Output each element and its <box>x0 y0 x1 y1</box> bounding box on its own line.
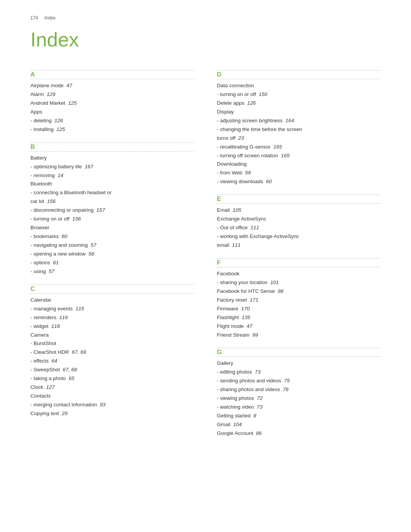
page-label: Index <box>45 15 56 21</box>
index-entry: - viewing photos 72 <box>217 394 381 403</box>
index-entry: - reminders 116 <box>30 313 194 322</box>
index-section-e: EEmail 105Exchange ActiveSync- Out of of… <box>217 195 381 250</box>
index-entry: - deleting 126 <box>30 117 194 125</box>
index-entry: Apps <box>30 108 194 117</box>
section-letter-e: E <box>217 196 381 204</box>
index-entry: Bluetooth <box>30 180 194 189</box>
page-number-bar: 174 Index <box>30 15 381 21</box>
index-entry: email 111 <box>217 241 381 250</box>
index-entry: - working with Exchange ActiveSync <box>217 232 381 241</box>
index-entry: - sharing photos and videos 76 <box>217 385 381 394</box>
index-entry: - taking a photo 65 <box>30 374 194 383</box>
index-entry: - turning on or off 156 <box>30 215 194 224</box>
index-entry: turns off 23 <box>217 134 381 143</box>
index-entry: - changing the time before the screen <box>217 125 381 134</box>
index-section-g: GGallery- editing photos 73- sending pho… <box>217 348 381 438</box>
index-entry: - viewing downloads 60 <box>217 177 381 186</box>
index-entry: - merging contact information 93 <box>30 401 194 409</box>
index-entry: Gallery <box>217 359 381 368</box>
index-entry: Airplane mode 47 <box>30 81 194 90</box>
index-entry: - BurstShot <box>30 339 194 348</box>
index-entry: - editing photos 73 <box>217 368 381 377</box>
index-entry: - removing 14 <box>30 171 194 180</box>
index-entry: - managing events 115 <box>30 305 194 313</box>
section-letter-a: A <box>30 71 194 79</box>
right-column: DData connection- turning on or off 150D… <box>217 70 381 446</box>
section-letter-b: B <box>30 144 194 152</box>
left-column: AAirplane mode 47Alarm 129Android Market… <box>30 70 194 446</box>
section-letter-f: F <box>217 259 381 267</box>
index-entry: - navigating and zooming 57 <box>30 241 194 250</box>
index-entry: - recalibrating G-sensor 165 <box>217 143 381 152</box>
index-entry: - using 57 <box>30 267 194 276</box>
index-section-f: FFacebook- sharing your location 101Face… <box>217 258 381 340</box>
index-section-c: CCalendar- managing events 115- reminder… <box>30 284 194 418</box>
index-entry: - from Web 59 <box>217 169 381 177</box>
section-letter-c: C <box>30 286 194 294</box>
index-entry: Gmail 104 <box>217 420 381 429</box>
index-entry: - bookmarks 60 <box>30 232 194 241</box>
page-title: Index <box>30 28 381 51</box>
index-entry: - turning off screen rotation 165 <box>217 152 381 160</box>
index-entry: - SweepShot 67, 68 <box>30 366 194 374</box>
index-entry: - ClearShot HDR 67, 69 <box>30 348 194 357</box>
index-entry: Contacts <box>30 392 194 401</box>
index-entry: - connecting a Bluetooth headset or <box>30 189 194 197</box>
index-entry: - sending photos and videos 75 <box>217 377 381 385</box>
index-entry: Delete apps 126 <box>217 99 381 108</box>
index-entry: car kit 156 <box>30 197 194 206</box>
index-entry: Android Market 125 <box>30 99 194 108</box>
index-entry: - disconnecting or unpairing 157 <box>30 206 194 215</box>
page-number: 174 <box>30 15 38 21</box>
index-section-d: DData connection- turning on or off 150D… <box>217 70 381 186</box>
index-entry: Camera <box>30 331 194 340</box>
index-entry: Copying text 29 <box>30 409 194 418</box>
index-entry: Google Account 86 <box>217 429 381 438</box>
index-entry: - opening a new window 58 <box>30 250 194 259</box>
index-section-a: AAirplane mode 47Alarm 129Android Market… <box>30 70 194 134</box>
index-entry: Display <box>217 108 381 117</box>
index-entry: Data connection <box>217 81 381 90</box>
index-entry: Alarm 129 <box>30 90 194 99</box>
index-entry: Battery <box>30 154 194 163</box>
index-entry: - Out of office 111 <box>217 224 381 232</box>
index-entry: - widget 118 <box>30 322 194 331</box>
index-columns: AAirplane mode 47Alarm 129Android Market… <box>30 70 381 446</box>
section-letter-g: G <box>217 349 381 357</box>
index-entry: - effects 64 <box>30 357 194 366</box>
index-entry: Flashlight 135 <box>217 313 381 322</box>
index-entry: Facebook for HTC Sense 98 <box>217 287 381 296</box>
index-entry: Factory reset 171 <box>217 296 381 305</box>
index-entry: - sharing your location 101 <box>217 278 381 287</box>
index-entry: - options 61 <box>30 259 194 267</box>
section-letter-d: D <box>217 71 381 79</box>
index-entry: - turning on or off 150 <box>217 90 381 99</box>
index-entry: Friend Stream 99 <box>217 331 381 340</box>
index-entry: Downloading <box>217 160 381 169</box>
index-entry: - installing 125 <box>30 125 194 134</box>
index-entry: Getting started 8 <box>217 412 381 420</box>
index-entry: Firmware 170 <box>217 305 381 313</box>
index-section-b: BBattery- optimizing battery life 167- r… <box>30 142 194 276</box>
index-entry: - optimizing battery life 167 <box>30 163 194 171</box>
index-entry: - adjusting screen brightness 164 <box>217 117 381 125</box>
index-entry: Calendar <box>30 296 194 305</box>
index-entry: Email 105 <box>217 206 381 215</box>
index-entry: Exchange ActiveSync <box>217 215 381 224</box>
index-entry: Clock 127 <box>30 383 194 392</box>
index-entry: Facebook <box>217 270 381 278</box>
index-entry: - watching video 73 <box>217 403 381 412</box>
index-entry: Flight mode 47 <box>217 322 381 331</box>
index-entry: Browser <box>30 224 194 232</box>
